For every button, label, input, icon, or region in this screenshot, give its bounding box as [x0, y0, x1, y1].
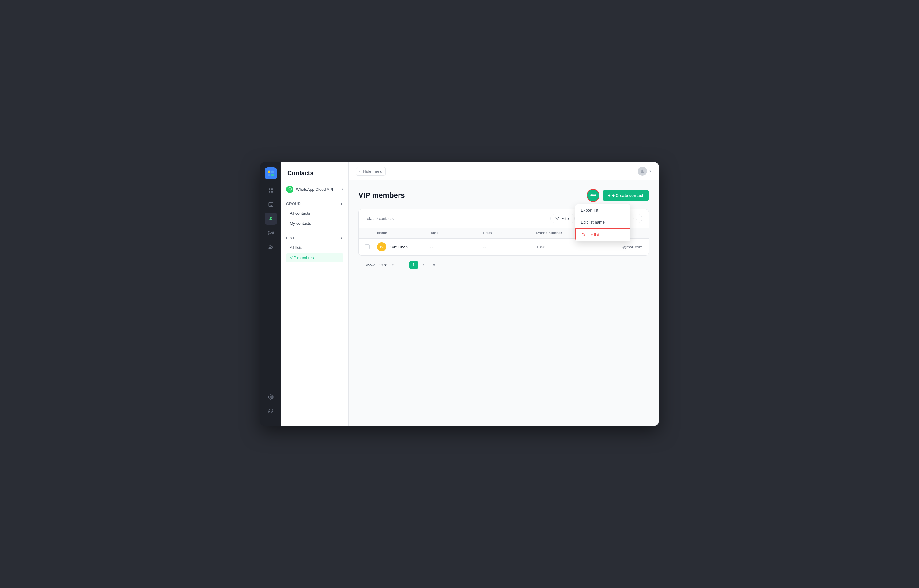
- checkbox-column-header: [365, 231, 377, 235]
- content-header: ‹ Hide menu ▾: [349, 162, 659, 180]
- whatsapp-channel-icon: [286, 186, 294, 193]
- channel-name: WhatsApp Cloud API: [296, 187, 339, 192]
- svg-rect-1: [271, 171, 273, 173]
- broadcast-nav-icon[interactable]: [265, 227, 277, 239]
- svg-rect-7: [271, 191, 273, 193]
- edit-list-name-item[interactable]: Edit list name: [575, 216, 630, 228]
- total-count: Total: 0 contacts: [365, 216, 394, 221]
- page-actions: ••• + + Create contact Export list Edit …: [586, 189, 649, 202]
- contact-phone: +852: [536, 245, 590, 249]
- prev-page-button[interactable]: ‹: [399, 261, 407, 269]
- contact-name-cell: K Kyle Chan: [377, 242, 430, 252]
- page-size-selector[interactable]: 10 ▾: [379, 263, 386, 267]
- dropdown-menu: Export list Edit list name Delete list: [575, 204, 630, 241]
- header-right: ▾: [638, 166, 651, 176]
- group-collapse-icon: ▲: [340, 202, 343, 206]
- team-nav-icon[interactable]: [265, 241, 277, 253]
- import-label: Is...: [632, 216, 638, 221]
- sidebar-item-all-contacts[interactable]: All contacts: [286, 208, 343, 218]
- chevron-left-icon: ‹: [359, 169, 360, 174]
- sidebar-item-my-contacts[interactable]: My contacts: [286, 219, 343, 228]
- export-list-item[interactable]: Export list: [575, 204, 630, 216]
- contact-avatar: K: [377, 242, 386, 252]
- icon-sidebar: [260, 162, 281, 426]
- user-menu-chevron-icon[interactable]: ▾: [649, 169, 651, 173]
- icon-sidebar-bottom: [265, 391, 277, 421]
- list-collapse-icon: ▲: [340, 236, 343, 241]
- sidebar-item-all-lists[interactable]: All lists: [286, 243, 343, 252]
- channel-chevron-icon: ▾: [342, 187, 343, 191]
- svg-marker-15: [556, 217, 559, 220]
- first-page-button[interactable]: «: [388, 261, 397, 269]
- user-avatar[interactable]: [638, 166, 647, 176]
- row-checkbox[interactable]: [365, 244, 377, 249]
- group-section: Group ▲ All contacts My contacts: [281, 197, 348, 231]
- filter-button[interactable]: Filter: [551, 214, 575, 223]
- delete-list-item[interactable]: Delete list: [575, 228, 630, 241]
- last-page-button[interactable]: »: [430, 261, 439, 269]
- svg-point-14: [641, 170, 643, 171]
- more-actions-button[interactable]: •••: [586, 189, 599, 202]
- list-section: List ▲ All lists VIP members: [281, 231, 348, 265]
- svg-point-9: [270, 217, 272, 219]
- filter-label: Filter: [561, 216, 570, 221]
- app-logo-icon[interactable]: [265, 167, 277, 179]
- next-page-button[interactable]: ›: [420, 261, 428, 269]
- headset-nav-icon[interactable]: [265, 405, 277, 417]
- icon-sidebar-top: [265, 167, 277, 388]
- page-size-value: 10: [379, 263, 383, 267]
- page-size-chevron-icon: ▾: [384, 263, 387, 267]
- tags-column-header[interactable]: Tags: [430, 231, 483, 235]
- svg-point-10: [270, 232, 271, 234]
- hide-menu-button[interactable]: ‹ Hide menu: [356, 167, 386, 176]
- svg-point-11: [269, 245, 271, 247]
- settings-nav-icon[interactable]: [265, 391, 277, 403]
- svg-point-13: [270, 396, 271, 398]
- page-content: VIP members ••• + + Create contact Expor…: [349, 180, 659, 426]
- contact-email: @mail.com: [590, 245, 642, 249]
- svg-rect-0: [268, 171, 270, 173]
- sidebar-title: Contacts: [281, 162, 348, 182]
- hide-menu-label: Hide menu: [363, 169, 382, 174]
- contact-lists: --: [483, 245, 536, 249]
- ellipsis-icon: •••: [590, 192, 596, 199]
- contact-tags: --: [430, 245, 483, 249]
- filter-icon: [555, 216, 559, 221]
- inbox-nav-icon[interactable]: [265, 199, 277, 211]
- show-label: Show:: [365, 263, 376, 267]
- svg-rect-6: [269, 191, 270, 193]
- create-contact-button[interactable]: + + Create contact: [602, 190, 649, 201]
- svg-rect-3: [271, 174, 273, 176]
- group-section-header[interactable]: Group ▲: [286, 202, 343, 206]
- main-sidebar: Contacts WhatsApp Cloud API ▾ Group ▲ Al…: [281, 162, 349, 426]
- list-section-header[interactable]: List ▲: [286, 236, 343, 241]
- lists-column-header[interactable]: Lists: [483, 231, 536, 235]
- svg-point-12: [271, 246, 272, 247]
- contact-name: Kyle Chan: [389, 245, 408, 249]
- svg-rect-2: [268, 174, 270, 176]
- channel-selector[interactable]: WhatsApp Cloud API ▾: [281, 182, 348, 197]
- page-1-button[interactable]: 1: [409, 261, 418, 269]
- page-title-row: VIP members ••• + + Create contact Expor…: [359, 189, 649, 202]
- sidebar-item-vip-members[interactable]: VIP members: [286, 253, 343, 262]
- content-area: ‹ Hide menu ▾ VIP members •••: [349, 162, 659, 426]
- svg-rect-4: [269, 188, 270, 190]
- contacts-nav-icon[interactable]: [265, 213, 277, 225]
- plus-icon: +: [608, 193, 611, 198]
- pagination: Show: 10 ▾ « ‹ 1 › »: [359, 256, 649, 274]
- grid-nav-icon[interactable]: [265, 184, 277, 197]
- page-title: VIP members: [359, 191, 405, 200]
- name-column-header[interactable]: Name ↑: [377, 231, 430, 235]
- create-contact-label: + Create contact: [612, 193, 643, 198]
- name-sort-icon: ↑: [388, 231, 390, 235]
- svg-rect-5: [271, 188, 273, 190]
